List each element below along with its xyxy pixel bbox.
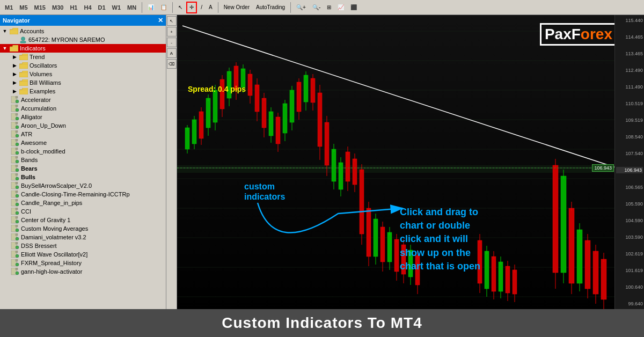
- indicator-item-7[interactable]: Bands: [0, 156, 166, 164]
- period-btn[interactable]: 📋: [158, 2, 170, 13]
- tf-m30[interactable]: M30: [49, 4, 66, 11]
- svg-rect-191: [380, 227, 385, 262]
- svg-point-28: [16, 134, 19, 137]
- volume-btn[interactable]: 📈: [335, 2, 347, 13]
- price-105: 105.590: [616, 201, 643, 207]
- ind-trend[interactable]: ▶ Trend: [0, 53, 166, 61]
- indicators-group[interactable]: ▼ Indicators: [0, 44, 166, 53]
- tf-m1[interactable]: M1: [2, 4, 16, 11]
- indicator-item-17[interactable]: DSS Bressert: [0, 241, 166, 250]
- account-item[interactable]: 654722: MYRONN SAREMO: [0, 35, 166, 44]
- svg-point-32: [16, 143, 19, 146]
- indicator-item-4[interactable]: ATR: [0, 130, 166, 138]
- svg-rect-197: [394, 239, 399, 272]
- navigator-header: Navigator ✕: [0, 15, 166, 26]
- indicator-item-14[interactable]: Center of Gravity 1: [0, 216, 166, 224]
- indicator-item-16[interactable]: Damiani_volatmeter v3.2: [0, 233, 166, 241]
- price-104: 104.590: [616, 218, 643, 223]
- indicator-item-19[interactable]: FXRM_Spread_History: [0, 259, 166, 267]
- navigator-close-btn[interactable]: ✕: [158, 17, 163, 24]
- tf-h1[interactable]: H1: [67, 4, 80, 11]
- indicator-item-18[interactable]: Elliott Wave Oscillator[v2]: [0, 250, 166, 259]
- indicator-item-15[interactable]: Custom Moving Averages: [0, 224, 166, 233]
- indicator-item-13[interactable]: CCI: [0, 207, 166, 216]
- file-icon: [11, 148, 19, 155]
- rt-a[interactable]: A: [167, 48, 177, 58]
- ind-oscillators[interactable]: ▶ Oscillators: [0, 61, 166, 70]
- ind-examples[interactable]: ▶ Examples: [0, 87, 166, 96]
- indicator-item-12[interactable]: Candle_Range_in_pips: [0, 199, 166, 207]
- svg-rect-200: [401, 245, 406, 274]
- bottom-title: Custom Indicators To MT4: [222, 314, 422, 332]
- indicator-item-3[interactable]: Aroon_Up_Down: [0, 121, 166, 130]
- indicator-item-0[interactable]: Accelerator: [0, 96, 166, 104]
- svg-rect-140: [262, 98, 266, 128]
- tf-w1[interactable]: W1: [109, 4, 124, 11]
- terminal-btn[interactable]: ⬛: [348, 2, 360, 13]
- svg-point-16: [16, 108, 19, 112]
- svg-rect-236: [577, 230, 582, 283]
- sep2: [172, 2, 173, 13]
- chart-area[interactable]: USDJPY,Daily 106.114 107.001 105.829 106…: [177, 15, 644, 309]
- cursor-btn[interactable]: ↖: [175, 2, 185, 13]
- indicator-item-2[interactable]: Alligator: [0, 113, 166, 121]
- svg-point-92: [16, 272, 19, 275]
- oscillators-label: Oscillators: [30, 62, 57, 69]
- svg-rect-167: [325, 122, 329, 165]
- crosshair-btn[interactable]: ✛: [186, 2, 197, 13]
- navigator-panel: Navigator ✕ ▼ Accounts 654722: MYRONN SA…: [0, 15, 166, 309]
- svg-point-88: [16, 263, 19, 266]
- svg-rect-143: [269, 112, 273, 136]
- zoom-out-btn[interactable]: 🔍-: [310, 2, 323, 13]
- price-101: 101.619: [616, 268, 643, 273]
- ind-billwilliams[interactable]: ▶ Bill Williams: [0, 78, 166, 87]
- svg-rect-212: [485, 251, 489, 289]
- navigator-tree: ▼ Accounts 654722: MYRONN SAREMO ▼ Indic…: [0, 26, 166, 309]
- indicator-item-20[interactable]: gann-high-low-activator: [0, 267, 166, 276]
- accounts-group[interactable]: ▼ Accounts: [0, 27, 166, 35]
- svg-rect-155: [297, 82, 301, 112]
- svg-rect-122: [220, 79, 224, 109]
- svg-rect-164: [318, 93, 322, 146]
- svg-point-80: [16, 246, 19, 249]
- svg-rect-43: [16, 165, 18, 167]
- right-toolbar: ↖ + - A ⌫: [166, 15, 177, 309]
- indicator-item-9[interactable]: Bulls: [0, 173, 166, 181]
- price-scale: 115.440 114.465 113.465 112.490 111.490 …: [614, 15, 644, 309]
- svg-rect-31: [16, 139, 18, 141]
- svg-rect-19: [16, 113, 18, 115]
- indicator-item-1[interactable]: Accumulation: [0, 104, 166, 113]
- chart-type-btn[interactable]: 📊: [145, 2, 157, 13]
- rt-eraser[interactable]: ⌫: [167, 59, 177, 69]
- bw-expand-icon: ▶: [11, 79, 18, 86]
- price-current: 106.943: [616, 167, 643, 173]
- tf-m15[interactable]: M15: [32, 4, 48, 11]
- indicator-item-8[interactable]: Bears: [0, 164, 166, 173]
- rt-zoom[interactable]: +: [167, 27, 177, 36]
- rt-cursor[interactable]: ↖: [167, 16, 177, 26]
- line-btn[interactable]: /: [198, 2, 205, 13]
- indicator-item-6[interactable]: b-clock_modified: [0, 147, 166, 156]
- sep3: [218, 2, 218, 13]
- svg-rect-11: [16, 96, 18, 98]
- svg-rect-182: [360, 170, 364, 234]
- rt-minus[interactable]: -: [167, 38, 177, 47]
- tf-d1[interactable]: D1: [96, 4, 108, 11]
- indicator-item-10[interactable]: BuySellArrowScalper_V2.0: [0, 181, 166, 190]
- svg-rect-173: [339, 163, 343, 189]
- grid-btn[interactable]: ⊞: [324, 2, 334, 13]
- indicator-item-11[interactable]: Candle-Closing-Time-Remaining-ICCTRp: [0, 190, 166, 199]
- forex-rest-text: orex: [581, 26, 612, 42]
- zoom-in-btn[interactable]: 🔍+: [294, 2, 309, 13]
- svg-rect-194: [387, 232, 392, 262]
- text-btn[interactable]: A: [206, 2, 215, 13]
- autotrading-btn[interactable]: AutoTrading: [253, 2, 288, 13]
- svg-point-36: [16, 151, 19, 155]
- ind-volumes[interactable]: ▶ Volumes: [0, 70, 166, 78]
- tf-m5[interactable]: M5: [17, 4, 30, 11]
- tf-h4[interactable]: H4: [81, 4, 94, 11]
- indicator-item-5[interactable]: Awesome: [0, 138, 166, 147]
- new-order-btn[interactable]: New Order: [221, 2, 252, 13]
- tf-mn[interactable]: MN: [125, 4, 139, 11]
- svg-rect-161: [311, 78, 315, 102]
